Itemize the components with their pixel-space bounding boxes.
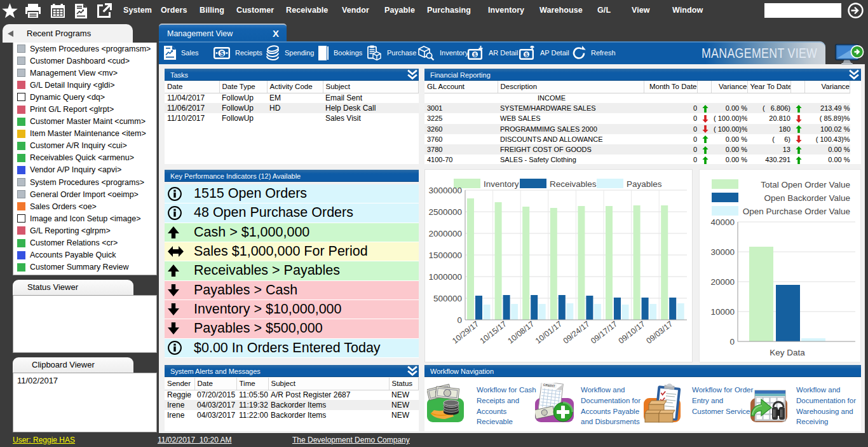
svg-text:20000: 20000 bbox=[710, 277, 735, 287]
svg-text:Payables: Payables bbox=[627, 179, 662, 189]
svg-text:$: $ bbox=[525, 52, 528, 58]
svg-text:10/08/17: 10/08/17 bbox=[506, 319, 536, 345]
svg-text:40000: 40000 bbox=[710, 217, 735, 227]
svg-text:09/10/17: 09/10/17 bbox=[617, 319, 647, 345]
svg-text:10/29/17: 10/29/17 bbox=[451, 319, 480, 345]
svg-text:10/01/17: 10/01/17 bbox=[534, 319, 564, 345]
svg-text:2000000: 2000000 bbox=[428, 229, 462, 238]
svg-text:10/15/17: 10/15/17 bbox=[478, 319, 508, 345]
svg-text:10000: 10000 bbox=[710, 307, 735, 317]
svg-text:30000: 30000 bbox=[710, 247, 735, 257]
svg-text:500000: 500000 bbox=[433, 294, 462, 303]
svg-text:0: 0 bbox=[729, 337, 735, 347]
svg-text:Open Backorder Value: Open Backorder Value bbox=[764, 193, 850, 203]
svg-text:09/03/17: 09/03/17 bbox=[644, 319, 674, 345]
svg-text:$: $ bbox=[473, 52, 477, 58]
svg-text:$: $ bbox=[220, 49, 224, 57]
svg-text:Open Purchase Order Value: Open Purchase Order Value bbox=[743, 207, 850, 216]
svg-text:3000000: 3000000 bbox=[428, 186, 462, 195]
svg-text:0: 0 bbox=[457, 315, 462, 325]
svg-text:2500000: 2500000 bbox=[428, 207, 462, 217]
svg-text:Receivables: Receivables bbox=[550, 179, 597, 189]
svg-text:1500000: 1500000 bbox=[428, 251, 462, 260]
svg-text:09/24/17: 09/24/17 bbox=[562, 319, 592, 345]
svg-text:Total Open Order Value: Total Open Order Value bbox=[761, 180, 850, 189]
svg-text:1000000: 1000000 bbox=[428, 272, 462, 282]
svg-text:09/17/17: 09/17/17 bbox=[589, 319, 619, 345]
svg-text:Inventory: Inventory bbox=[484, 179, 519, 189]
svg-text:Key Data: Key Data bbox=[770, 348, 805, 357]
